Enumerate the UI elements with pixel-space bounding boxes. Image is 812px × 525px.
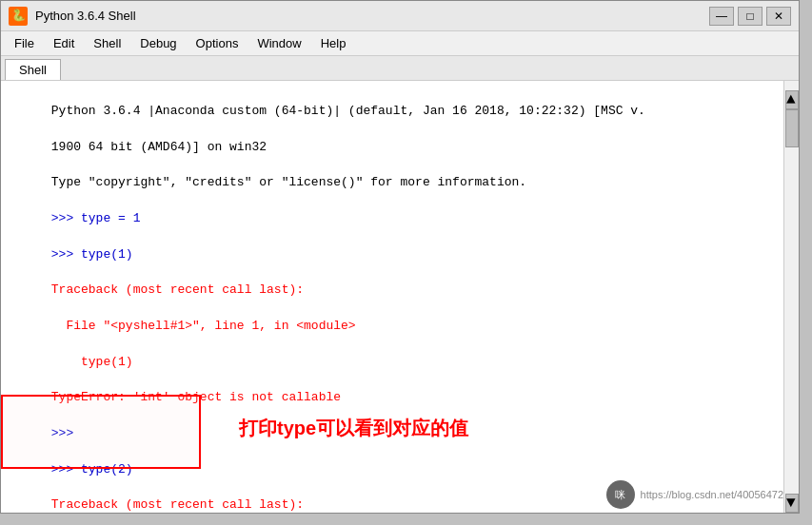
menu-shell[interactable]: Shell [84,34,130,52]
line-12: Traceback (most recent call last): [51,497,304,512]
title-bar: 🐍 Python 3.6.4 Shell — □ ✕ [1,1,799,31]
line-11: >>> type(2) [51,462,133,476]
window-controls: — □ ✕ [709,7,791,26]
scrollbar[interactable]: ▲ ▼ [783,81,799,513]
shell-output: Python 3.6.4 |Anaconda custom (64-bit)| … [7,85,793,513]
line-6: Traceback (most recent call last): [51,282,304,297]
close-button[interactable]: ✕ [766,7,791,26]
tab-bar: Shell [1,56,799,81]
menu-bar: File Edit Shell Debug Options Window Hel… [1,31,799,56]
python-shell-window: 🐍 Python 3.6.4 Shell — □ ✕ File Edit She… [0,0,800,514]
minimize-button[interactable]: — [709,7,734,26]
line-7: File "<pyshell#1>", line 1, in <module> [51,319,356,333]
python-icon: 🐍 [9,7,28,26]
menu-options[interactable]: Options [187,34,248,52]
line-1: Python 3.6.4 |Anaconda custom (64-bit)| … [51,104,645,118]
line-2: 1900 64 bit (AMD64)] on win32 [51,140,267,154]
annotation-text: 打印type可以看到对应的值 [239,416,468,441]
menu-edit[interactable]: Edit [44,34,84,52]
menu-window[interactable]: Window [248,34,310,52]
menu-help[interactable]: Help [311,34,356,52]
scroll-up-button[interactable]: ▲ [785,90,799,109]
line-8: type(1) [51,355,133,369]
window-title: Python 3.6.4 Shell [35,9,136,23]
watermark: 咪 https://blog.csdn.net/40056472 [606,480,783,509]
shell-content[interactable]: Python 3.6.4 |Anaconda custom (64-bit)| … [1,81,799,513]
menu-debug[interactable]: Debug [130,34,186,52]
watermark-icon: 咪 [606,480,635,509]
maximize-button[interactable]: □ [738,7,762,26]
scroll-thumb[interactable] [785,109,799,147]
line-4: >>> type = 1 [51,211,141,225]
tab-shell[interactable]: Shell [5,59,61,80]
watermark-url: https://blog.csdn.net/40056472 [641,489,783,500]
menu-file[interactable]: File [5,34,44,52]
line-3: Type "copyright", "credits" or "license(… [51,175,526,189]
line-5: >>> type(1) [51,247,133,262]
scroll-down-button[interactable]: ▼ [785,494,799,513]
line-10: >>> [51,426,81,440]
line-9: TypeError: 'int' object is not callable [51,390,341,404]
title-bar-left: 🐍 Python 3.6.4 Shell [9,7,136,26]
